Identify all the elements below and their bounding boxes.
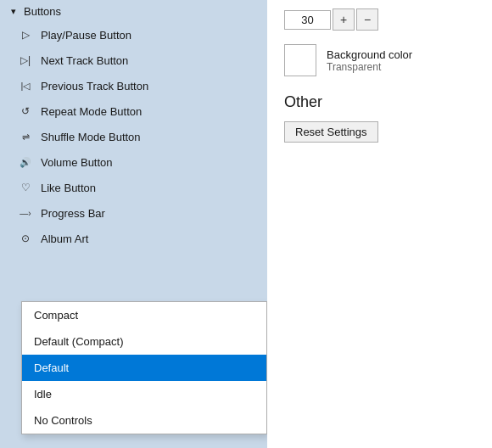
volume-label: Volume Button xyxy=(41,156,113,169)
like-icon: ♡ xyxy=(17,179,34,196)
dropdown-item-no-controls[interactable]: No Controls xyxy=(22,407,266,434)
increment-button[interactable]: + xyxy=(333,8,355,31)
color-row: Background color Transparent xyxy=(284,44,475,76)
shuffle-icon: ⇌ xyxy=(17,128,34,145)
repeat-icon: ↺ xyxy=(17,103,34,120)
volume-icon: 🔊 xyxy=(17,154,34,171)
reset-settings-button[interactable]: Reset Settings xyxy=(284,121,378,143)
next-track-button-item[interactable]: ▷| Next Track Button xyxy=(0,48,267,73)
play-pause-button-item[interactable]: ▷ Play/Pause Button xyxy=(0,22,267,48)
chevron-down-icon: ▾ xyxy=(7,4,20,18)
dropdown-item-compact[interactable]: Compact xyxy=(22,302,266,328)
repeat-label: Repeat Mode Button xyxy=(41,105,142,118)
volume-button-item[interactable]: 🔊 Volume Button xyxy=(0,149,267,175)
prev-track-label: Previous Track Button xyxy=(41,80,148,92)
play-pause-label: Play/Pause Button xyxy=(41,29,131,42)
prev-track-icon: |◁ xyxy=(17,77,34,94)
other-section-title: Other xyxy=(284,93,475,111)
album-art-label: Album Art xyxy=(41,232,88,245)
background-color-sub: Transparent xyxy=(327,61,412,73)
progress-bar-icon: —› xyxy=(17,204,34,221)
shuffle-mode-button-item[interactable]: ⇌ Shuffle Mode Button xyxy=(0,124,267,149)
buttons-header[interactable]: ▾ Buttons xyxy=(0,0,267,22)
buttons-label: Buttons xyxy=(24,5,61,18)
dropdown-item-default-compact[interactable]: Default (Compact) xyxy=(22,328,266,355)
next-track-icon: ▷| xyxy=(17,52,34,69)
number-input[interactable] xyxy=(284,10,331,30)
album-art-item[interactable]: ⊙ Album Art xyxy=(0,226,267,251)
progress-bar-item[interactable]: —› Progress Bar xyxy=(0,200,267,226)
color-info: Background color Transparent xyxy=(327,48,412,73)
shuffle-label: Shuffle Mode Button xyxy=(41,131,141,143)
mode-dropdown: Compact Default (Compact) Default Idle N… xyxy=(21,301,267,434)
play-pause-icon: ▷ xyxy=(17,26,34,43)
dropdown-item-idle[interactable]: Idle xyxy=(22,381,266,407)
next-track-label: Next Track Button xyxy=(41,54,128,67)
progress-bar-label: Progress Bar xyxy=(41,207,105,220)
prev-track-button-item[interactable]: |◁ Previous Track Button xyxy=(0,73,267,98)
left-panel: ▾ Buttons ▷ Play/Pause Button ▷| Next Tr… xyxy=(0,0,267,448)
background-color-label: Background color xyxy=(327,48,412,61)
like-button-item[interactable]: ♡ Like Button xyxy=(0,175,267,200)
decrement-button[interactable]: − xyxy=(356,8,378,31)
dropdown-item-default[interactable]: Default xyxy=(22,355,266,381)
like-label: Like Button xyxy=(41,182,96,194)
right-panel: + − Background color Transparent Other R… xyxy=(267,0,492,448)
repeat-mode-button-item[interactable]: ↺ Repeat Mode Button xyxy=(0,98,267,124)
color-swatch[interactable] xyxy=(284,44,316,76)
number-row: + − xyxy=(284,8,475,31)
album-art-icon: ⊙ xyxy=(17,230,34,247)
